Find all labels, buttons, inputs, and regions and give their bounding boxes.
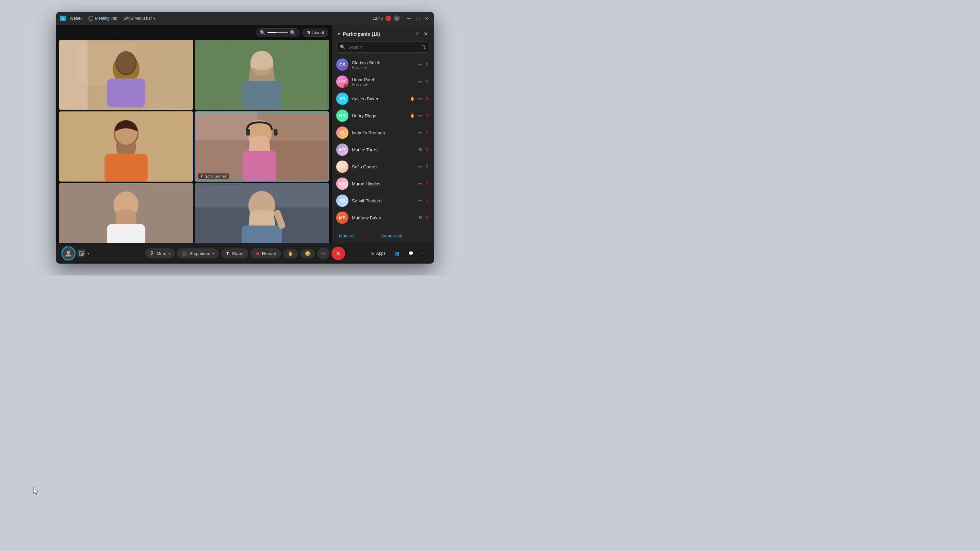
more-options-button[interactable]: ··· xyxy=(317,247,329,259)
zoom-slider[interactable] xyxy=(267,32,288,33)
toolbar-more-button[interactable]: ··· xyxy=(420,249,428,257)
emoji-icon: 😊 xyxy=(305,251,310,256)
mic-icon-henry[interactable]: 🎙 xyxy=(425,113,430,118)
zoom-control[interactable]: 🔍 🔍 xyxy=(256,28,299,37)
avatar-austen: AB xyxy=(336,92,348,105)
end-call-button[interactable]: ✕ xyxy=(331,246,345,260)
meeting-info-label: Meeting info xyxy=(95,16,117,21)
emoji-button[interactable]: 😊 xyxy=(300,249,315,259)
stop-video-button[interactable]: 🎥 Stop video ▾ xyxy=(177,248,219,259)
pip-chevron-icon[interactable]: ▾ xyxy=(88,252,89,256)
search-input[interactable] xyxy=(348,44,419,50)
avatar-umar: UP ✕ xyxy=(336,76,348,88)
mic-icon-umar[interactable]: 🎙 xyxy=(425,79,430,84)
mic-btn-icon: 🎙 xyxy=(150,251,154,256)
mic-icon-sofia[interactable]: 🎙 xyxy=(425,164,430,169)
hand-icon-henry[interactable]: ✋ xyxy=(410,113,415,118)
participants-button[interactable]: 👥 xyxy=(392,249,402,257)
video-tile-3[interactable] xyxy=(59,111,193,181)
participant-info-umar: Umar Patel Presenter xyxy=(352,77,414,86)
mic-icon-sonali[interactable]: 🎙 xyxy=(425,198,430,203)
participant-video-2 xyxy=(195,40,329,110)
pip-button[interactable] xyxy=(77,249,86,257)
apps-button[interactable]: ⊞ Apps xyxy=(369,249,388,257)
cam-icon-clarissa[interactable]: ▭ xyxy=(418,62,422,67)
participant-item-sonali[interactable]: SP Sonali Pitchard ▭ 🎙 xyxy=(332,192,434,209)
cam-icon-marise[interactable]: 🖥 xyxy=(418,147,422,152)
participant-item-matthew[interactable]: MB Matthew Baker 🖥 🎙 xyxy=(332,209,434,226)
apps-label: Apps xyxy=(376,251,385,256)
participant-video-sofia xyxy=(195,112,328,181)
video-tile-5[interactable]: 🚫 xyxy=(59,183,193,243)
reactions-button[interactable]: ✋ xyxy=(283,249,298,259)
chat-button[interactable]: 💬 xyxy=(406,249,416,257)
minimize-button[interactable]: ─ xyxy=(406,15,412,21)
cam-icon-murad[interactable]: ▭ xyxy=(418,181,422,186)
participant-item-murad[interactable]: MH Murad Higgins ▭ 🎙 xyxy=(332,175,434,192)
tile-speaker-name: Sofia Gomez xyxy=(205,174,227,178)
zoom-slider-fill xyxy=(267,32,277,33)
mic-icon-marise[interactable]: 🎙 xyxy=(425,147,430,152)
mic-icon-clarissa[interactable]: 🎙 xyxy=(425,62,430,67)
participant-item-umar[interactable]: UP ✕ Umar Patel Presenter ▭ 🎙 xyxy=(332,73,434,90)
mute-button[interactable]: 🎙 Mute ▾ xyxy=(145,248,175,259)
participant-info-clarissa: Clarissa Smith Host, me xyxy=(352,60,414,69)
webex-logo: W xyxy=(60,16,66,21)
participant-role-clarissa: Host, me xyxy=(352,65,414,69)
maximize-button[interactable]: □ xyxy=(415,15,421,21)
close-button[interactable]: ✕ xyxy=(424,15,430,21)
cam-icon-austen[interactable]: ▭ xyxy=(418,96,422,102)
zoom-out-icon[interactable]: 🔍 xyxy=(259,30,266,35)
participant-list[interactable]: CS Clarissa Smith Host, me ▭ 🎙 UP xyxy=(332,56,434,228)
search-icon: 🔍 xyxy=(340,44,345,50)
cam-icon-henry[interactable]: ▭ xyxy=(418,113,422,118)
mic-icon-austen[interactable]: 🎙 xyxy=(425,96,430,102)
show-menu-bar-button[interactable]: Show menu bar ▾ xyxy=(124,16,155,21)
cam-icon-umar[interactable]: ▭ xyxy=(418,79,422,84)
sort-icon[interactable]: ⇅ xyxy=(422,44,426,50)
popout-icon[interactable]: ↗ xyxy=(414,30,420,38)
video-tile-1[interactable] xyxy=(59,40,193,110)
video-chevron-icon[interactable]: ▾ xyxy=(212,252,214,256)
meeting-info-button[interactable]: i Meeting info xyxy=(86,15,119,22)
self-view-button[interactable] xyxy=(62,246,75,260)
record-button[interactable]: ⏺ Record xyxy=(250,248,281,259)
cam-icon-sonali[interactable]: ▭ xyxy=(418,198,422,203)
hand-icon-austen[interactable]: ✋ xyxy=(410,96,415,101)
svg-rect-11 xyxy=(243,81,281,110)
participant-controls-murad: ▭ 🎙 xyxy=(418,181,430,186)
video-tile-6[interactable] xyxy=(195,183,329,243)
close-panel-icon[interactable]: ✕ xyxy=(423,30,429,38)
participant-item-marise[interactable]: MT Marise Torres 🖥 🎙 xyxy=(332,141,434,158)
unmute-all-button[interactable]: Unmute all xyxy=(378,232,404,240)
app-window: W Webex i Meeting info Show menu bar ▾ 1… xyxy=(56,12,434,264)
zoom-in-icon[interactable]: 🔍 xyxy=(290,30,296,35)
panel-footer-more-icon[interactable]: ··· xyxy=(425,233,430,239)
title-bar-extra-btn: ● xyxy=(394,15,400,21)
cam-icon-isabella[interactable]: ▭ xyxy=(418,130,422,135)
mute-chevron-icon[interactable]: ▾ xyxy=(169,252,170,256)
svg-rect-6 xyxy=(59,40,88,110)
participant-role-umar: Presenter xyxy=(352,82,414,86)
panel-chevron-icon[interactable]: ▼ xyxy=(337,32,341,37)
share-button[interactable]: ⬆ Share xyxy=(221,248,248,259)
avatar-sonali: SP xyxy=(336,195,348,207)
participant-item-henry[interactable]: HR Henry Riggs ✋ ▭ 🎙 xyxy=(332,107,434,124)
layout-button[interactable]: ⊞ Layout xyxy=(302,29,328,37)
mic-icon-matthew[interactable]: 🎙 xyxy=(425,215,430,221)
cam-icon-matthew[interactable]: 🖥 xyxy=(418,215,422,220)
participant-name-austen: Austen Baker xyxy=(352,96,407,102)
mic-icon-murad[interactable]: 🎙 xyxy=(425,181,430,186)
participant-item-isabella[interactable]: IB Isabella Brennan ▭ 🎙 xyxy=(332,124,434,141)
mic-icon-isabella[interactable]: 🎙 xyxy=(425,130,430,135)
title-bar-right: 12:40 ● ─ □ ✕ xyxy=(372,15,430,21)
participant-info-isabella: Isabella Brennan xyxy=(352,130,414,135)
mute-all-button[interactable]: Mute all xyxy=(336,232,357,240)
video-tile-4-sofia-gomez[interactable]: 🎙 Sofia Gomez xyxy=(195,111,329,181)
participant-item-clarissa[interactable]: CS Clarissa Smith Host, me ▭ 🎙 xyxy=(332,56,434,73)
cam-icon-sofia[interactable]: ▭ xyxy=(418,164,422,169)
participant-item-austen[interactable]: AB Austen Baker ✋ ▭ 🎙 xyxy=(332,90,434,107)
participant-controls-marise: 🖥 🎙 xyxy=(418,147,430,152)
video-tile-2[interactable] xyxy=(195,40,329,110)
participant-item-sofia[interactable]: SG Sofia Gomez ▭ 🎙 xyxy=(332,158,434,175)
